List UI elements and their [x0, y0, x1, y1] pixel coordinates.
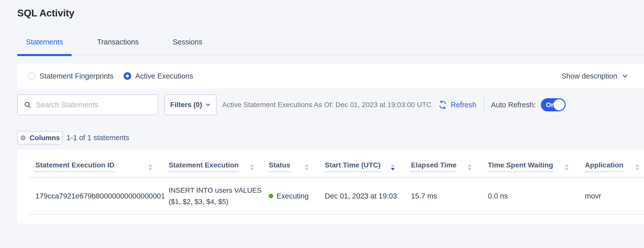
statements-table-card: Statement Execution ID Statement Executi… [17, 150, 644, 224]
table-row[interactable]: 179cca7921e679b80000000000000001 INSERT … [27, 177, 644, 215]
show-description-toggle[interactable]: Show description [561, 72, 628, 80]
tab-transactions[interactable]: Transactions [97, 38, 139, 46]
page-title: SQL Activity [17, 8, 74, 19]
tab-sessions[interactable]: Sessions [173, 38, 202, 46]
sort-icon[interactable] [565, 164, 569, 172]
radio-circle-selected-icon[interactable] [124, 72, 131, 80]
sort-icon[interactable] [148, 164, 152, 172]
tab-statements[interactable]: Statements [17, 38, 72, 46]
table-header-row: Statement Execution ID Statement Executi… [27, 150, 644, 177]
active-tab-indicator [17, 54, 72, 56]
status-label: Executing [277, 192, 309, 200]
vertical-divider [484, 97, 485, 113]
sort-icon[interactable] [305, 164, 309, 172]
auto-refresh-label: Auto Refresh: [491, 101, 536, 109]
sort-icon[interactable] [468, 164, 472, 172]
column-header-statement-execution[interactable]: Statement Execution [169, 150, 269, 177]
cell-time-spent-waiting: 0.0 ns [488, 177, 585, 215]
search-input[interactable] [36, 101, 153, 109]
view-mode-card: Statement Fingerprints Active Executions… [17, 64, 644, 88]
show-description-label: Show description [561, 72, 617, 80]
as-of-timestamp: Active Statement Executions As Of: Dec 0… [222, 101, 431, 109]
refresh-button[interactable]: Refresh [438, 100, 476, 110]
auto-refresh-toggle[interactable]: On [541, 98, 566, 111]
cell-application: movr [585, 177, 644, 215]
radio-active-executions[interactable]: Active Executions [124, 72, 193, 80]
sort-icon[interactable] [250, 164, 254, 172]
chevron-down-icon [205, 102, 211, 108]
filters-button[interactable]: Filters (0) [164, 94, 217, 115]
cell-status: Executing [269, 177, 325, 215]
statements-table: Statement Execution ID Statement Executi… [27, 150, 644, 215]
filters-label: Filters (0) [170, 101, 202, 109]
toggle-knob [554, 99, 565, 110]
radio-circle-icon[interactable] [28, 72, 35, 80]
radio-label: Active Executions [135, 72, 193, 80]
column-header-application[interactable]: Application [585, 150, 644, 177]
status-dot-icon [269, 194, 273, 198]
controls-row: Filters (0) Active Statement Executions … [17, 94, 644, 115]
radio-statement-fingerprints[interactable]: Statement Fingerprints [28, 72, 113, 80]
columns-button[interactable]: Columns [17, 131, 62, 144]
chevron-down-icon [622, 73, 628, 79]
radio-label: Statement Fingerprints [39, 72, 113, 80]
column-header-status[interactable]: Status [269, 150, 325, 177]
cell-elapsed-time: 15.7 ms [411, 177, 488, 215]
result-count: 1-1 of 1 statements [66, 134, 129, 142]
columns-label: Columns [30, 134, 60, 142]
sort-icon[interactable] [635, 164, 639, 172]
column-header-time-spent-waiting[interactable]: Time Spent Waiting [488, 150, 585, 177]
tab-bar-divider [17, 55, 644, 55]
table-toolbar: Columns 1-1 of 1 statements [17, 131, 129, 144]
gear-icon [20, 134, 27, 141]
refresh-icon [438, 100, 448, 110]
search-icon [24, 101, 31, 109]
sort-icon-descending-active[interactable] [391, 164, 395, 172]
cell-statement: INSERT INTO users VALUES ($1, $2, $3, $4… [169, 177, 269, 215]
sql-activity-page: SQL Activity Statements Transactions Ses… [0, 0, 644, 248]
search-box[interactable] [17, 94, 158, 115]
column-header-statement-execution-id[interactable]: Statement Execution ID [27, 150, 169, 177]
cell-start-time: Dec 01, 2023 at 19:03 [325, 177, 411, 215]
cell-execution-id[interactable]: 179cca7921e679b80000000000000001 [27, 177, 169, 215]
column-header-elapsed-time[interactable]: Elapsed Time [411, 150, 488, 177]
column-header-start-time[interactable]: Start Time (UTC) [325, 150, 411, 177]
refresh-label: Refresh [451, 101, 476, 109]
